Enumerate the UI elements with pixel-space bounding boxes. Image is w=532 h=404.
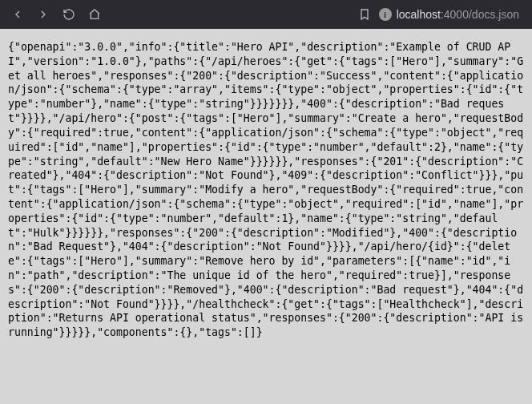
url-path: /docs.json bbox=[469, 8, 519, 21]
bookmark-button[interactable] bbox=[353, 3, 376, 26]
url-text: localhost:4000/docs.json bbox=[397, 8, 519, 21]
browser-titlebar: i localhost:4000/docs.json bbox=[0, 0, 532, 29]
url-host: localhost bbox=[397, 8, 441, 21]
url-port: :4000 bbox=[441, 8, 469, 21]
site-info-icon[interactable]: i bbox=[379, 8, 392, 21]
address-bar[interactable]: i localhost:4000/docs.json bbox=[379, 8, 526, 21]
reload-button[interactable] bbox=[58, 3, 80, 26]
home-button[interactable] bbox=[83, 3, 106, 26]
forward-button[interactable] bbox=[32, 3, 54, 26]
back-button[interactable] bbox=[6, 3, 29, 26]
json-body: {"openapi":"3.0.0","info":{"title":"Hero… bbox=[0, 29, 532, 351]
